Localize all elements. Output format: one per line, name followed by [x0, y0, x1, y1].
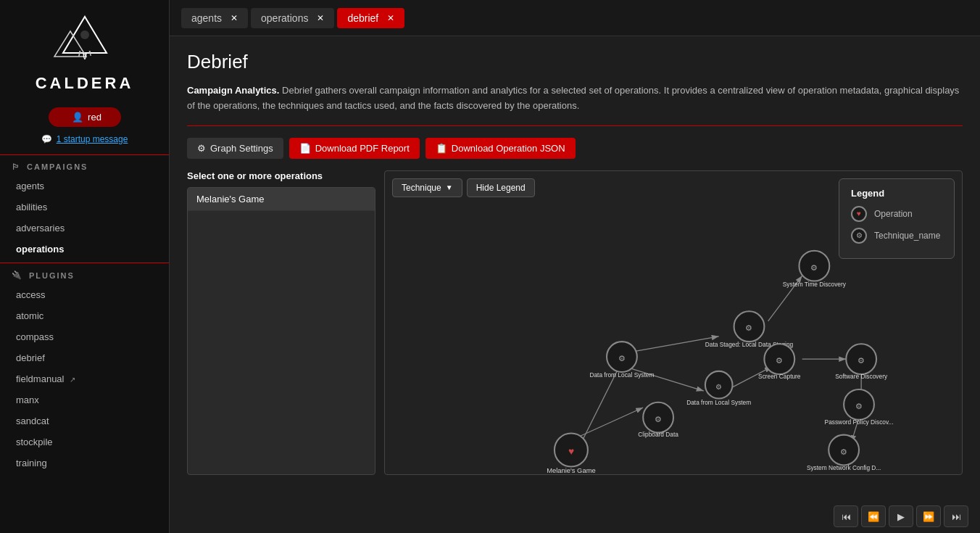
plugins-label: PLUGINS — [29, 271, 75, 280]
tab-operations-close[interactable]: ✕ — [317, 13, 324, 23]
legend-operation-label: Operation — [874, 209, 913, 219]
download-pdf-label: Download PDF Report — [315, 143, 410, 154]
caldera-logo — [49, 13, 121, 71]
sidebar-item-operations[interactable]: operations — [0, 239, 169, 260]
hide-legend-button[interactable]: Hide Legend — [467, 178, 535, 197]
next-icon: ⏩ — [923, 511, 934, 522]
tab-debrief-close[interactable]: ✕ — [387, 13, 394, 23]
svg-text:⚙: ⚙ — [618, 354, 626, 363]
startup-message[interactable]: 💬 1 startup message — [0, 134, 169, 144]
svg-text:⚙: ⚙ — [715, 383, 722, 391]
legend-technique-label: Technique_name — [874, 231, 940, 241]
svg-text:Software Discovery: Software Discovery — [835, 373, 888, 380]
svg-line-6 — [571, 408, 643, 440]
tab-debrief[interactable]: debrief ✕ — [337, 8, 404, 28]
puzzle-icon: 🔌 — [12, 270, 23, 280]
sidebar-item-manx[interactable]: manx — [0, 389, 169, 410]
chat-icon: 💬 — [41, 134, 52, 144]
toolbar: ⚙ Graph Settings 📄 Download PDF Report 📋… — [187, 138, 963, 159]
svg-text:System Network Config D...: System Network Config D... — [807, 463, 881, 471]
skip-end-button[interactable]: ⏭ — [944, 505, 968, 527]
skip-start-button[interactable]: ⏮ — [834, 505, 858, 527]
prev-icon: ⏪ — [868, 511, 879, 522]
external-link-icon: ↗ — [70, 376, 75, 384]
legend-title: Legend — [851, 188, 942, 199]
svg-text:Clipboard Data: Clipboard Data — [638, 430, 678, 437]
graph-legend: Legend ♥ Operation ⚙ Technique_name — [839, 178, 955, 259]
content-area: Debrief Campaign Analytics. Debrief gath… — [170, 36, 980, 500]
svg-text:⚙: ⚙ — [655, 414, 662, 423]
description-bold: Campaign Analytics. — [187, 85, 279, 96]
svg-text:Data from Local System: Data from Local System — [686, 398, 751, 405]
sidebar-item-debrief[interactable]: debrief — [0, 347, 169, 368]
play-icon: ▶ — [897, 511, 905, 522]
json-icon: 📋 — [436, 143, 447, 154]
technique-dropdown[interactable]: Technique ▼ — [392, 178, 462, 197]
graph-controls: Technique ▼ Hide Legend — [392, 178, 535, 197]
flag-icon: 🏳 — [12, 162, 21, 171]
chevron-down-icon: ▼ — [446, 183, 453, 191]
user-icon: 👤 — [72, 112, 83, 123]
next-button[interactable]: ⏩ — [916, 505, 941, 527]
ops-list-item[interactable]: Melanie's Game — [188, 188, 375, 211]
technique-label: Technique — [402, 183, 441, 193]
campaigns-label: CAMPAIGNS — [27, 162, 88, 171]
tab-agents-label: agents — [191, 12, 222, 24]
plugins-section: 🔌 PLUGINS — [0, 263, 169, 284]
download-json-label: Download Operation JSON — [452, 143, 565, 154]
sidebar-item-training[interactable]: training — [0, 453, 169, 474]
playback-bar: ⏮ ⏪ ▶ ⏩ ⏭ — [170, 500, 980, 533]
page-description: Campaign Analytics. Debrief gathers over… — [187, 83, 963, 114]
legend-item-technique: ⚙ Technique_name — [851, 228, 942, 244]
graph-settings-button[interactable]: ⚙ Graph Settings — [187, 138, 283, 159]
operations-panel: Select one or more operations Melanie's … — [187, 170, 375, 475]
legend-item-operation: ♥ Operation — [851, 206, 942, 222]
sidebar-item-fieldmanual[interactable]: fieldmanual ↗ — [0, 368, 169, 389]
sidebar: CALDERA 👤 red 💬 1 startup message 🏳 CAMP… — [0, 0, 170, 533]
sidebar-item-agents[interactable]: agents — [0, 175, 169, 197]
sidebar-item-abilities[interactable]: abilities — [0, 197, 169, 218]
pdf-icon: 📄 — [299, 143, 311, 154]
sidebar-item-sandcat[interactable]: sandcat — [0, 410, 169, 431]
startup-message-text: 1 startup message — [57, 134, 128, 144]
svg-text:Data from Local System: Data from Local System — [589, 371, 654, 379]
tab-bar: agents ✕ operations ✕ debrief ✕ — [170, 0, 980, 36]
sidebar-item-stockpile[interactable]: stockpile — [0, 431, 169, 453]
graph-settings-label: Graph Settings — [210, 143, 273, 154]
page-title: Debrief — [187, 51, 963, 73]
tab-agents[interactable]: agents ✕ — [181, 8, 248, 28]
main-content: agents ✕ operations ✕ debrief ✕ Debrief … — [170, 0, 980, 533]
sidebar-item-access[interactable]: access — [0, 284, 169, 305]
prev-button[interactable]: ⏪ — [861, 505, 886, 527]
operation-legend-icon: ♥ — [851, 206, 867, 222]
technique-legend-icon: ⚙ — [851, 228, 867, 244]
svg-text:⚙: ⚙ — [840, 447, 847, 455]
tab-operations-label: operations — [261, 12, 308, 24]
svg-text:Screen Capture: Screen Capture — [758, 373, 801, 380]
ops-item-label: Melanie's Game — [196, 194, 265, 204]
svg-text:♥: ♥ — [568, 445, 574, 456]
graph-panel: Technique ▼ Hide Legend Legend ♥ Operati… — [384, 170, 963, 475]
tab-operations[interactable]: operations ✕ — [251, 8, 334, 28]
svg-text:⚙: ⚙ — [855, 402, 863, 410]
svg-text:Password Policy Discov...: Password Policy Discov... — [825, 418, 894, 426]
tab-debrief-label: debrief — [347, 12, 378, 24]
download-json-button[interactable]: 📋 Download Operation JSON — [425, 138, 576, 159]
svg-text:⚙: ⚙ — [746, 323, 753, 332]
svg-text:⚙: ⚙ — [858, 356, 865, 365]
sidebar-item-compass[interactable]: compass — [0, 326, 169, 347]
user-badge[interactable]: 👤 red — [49, 107, 121, 127]
logo-area: CALDERA — [0, 0, 169, 100]
download-pdf-button[interactable]: 📄 Download PDF Report — [289, 138, 420, 159]
gear-icon: ⚙ — [197, 143, 206, 154]
ops-list: Melanie's Game — [187, 187, 375, 475]
svg-text:⚙: ⚙ — [810, 263, 818, 271]
sidebar-item-atomic[interactable]: atomic — [0, 305, 169, 326]
skip-end-icon: ⏭ — [952, 511, 961, 522]
hide-legend-label: Hide Legend — [476, 183, 526, 193]
tab-agents-close[interactable]: ✕ — [231, 13, 238, 23]
sidebar-item-adversaries[interactable]: adversaries — [0, 218, 169, 239]
svg-text:Melanie's Game: Melanie's Game — [547, 466, 596, 474]
campaigns-section: 🏳 CAMPAIGNS — [0, 154, 169, 175]
play-button[interactable]: ▶ — [889, 505, 913, 527]
